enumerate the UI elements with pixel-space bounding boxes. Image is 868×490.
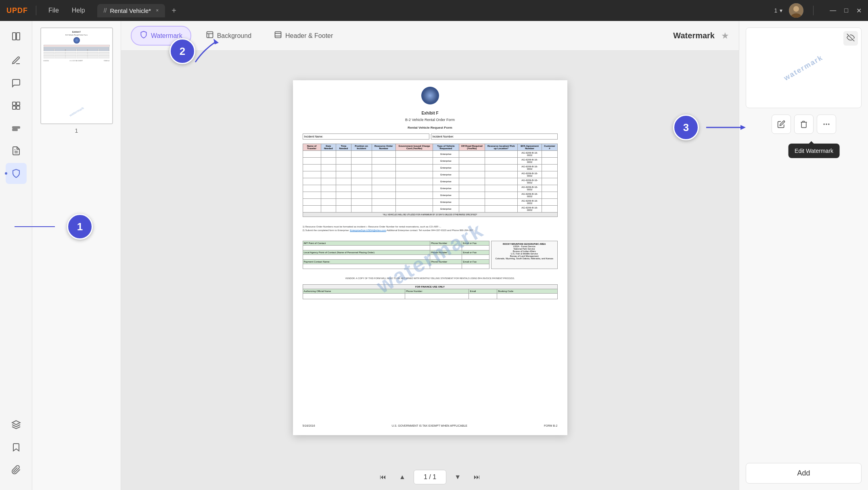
header-footer-tool-button[interactable]: Header & Footer xyxy=(266,27,341,45)
watermark-preview-card: watermark xyxy=(746,27,862,108)
pagination-bar: ⏮ ▲ 1 / 1 ▼ ⏭ xyxy=(121,464,739,490)
svg-rect-10 xyxy=(13,129,17,131)
next-page-button[interactable]: ▼ xyxy=(450,469,466,485)
tooltip-text: Edit Watermark xyxy=(795,148,833,154)
sidebar-item-read[interactable] xyxy=(6,26,27,47)
sidebar-item-edit[interactable] xyxy=(6,50,27,71)
sidebar-item-redact[interactable] xyxy=(6,118,27,139)
right-panel: watermark 3 xyxy=(739,21,868,490)
page-number: 1 xyxy=(774,7,778,14)
more-options-button[interactable] xyxy=(817,115,836,134)
pdf-footer-date: 5/16/2016 xyxy=(303,424,315,427)
close-button[interactable]: ✕ xyxy=(856,7,862,15)
svg-rect-8 xyxy=(17,106,20,109)
app-body: 1 Exhibit F B-2 Vehicle Rental Order For… xyxy=(0,21,868,490)
sep1 xyxy=(36,6,36,15)
page-separator: / xyxy=(429,473,431,480)
delete-watermark-button[interactable] xyxy=(794,115,814,134)
svg-rect-3 xyxy=(13,33,16,40)
sidebar-item-protect[interactable] xyxy=(6,163,27,184)
svg-point-23 xyxy=(828,123,829,125)
pdf-page: Exhibit F B-2 Vehicle Rental Order Form … xyxy=(293,80,567,435)
edit-watermark-button[interactable] xyxy=(772,115,791,134)
maximize-button[interactable]: □ xyxy=(844,7,848,15)
titlebar: UPDF File Help // Rental Vehicle* × + 1 … xyxy=(0,0,868,21)
sidebar-item-comment[interactable] xyxy=(6,73,27,94)
background-tool-label: Background xyxy=(217,32,251,40)
titlebar-right: 1 ▾ — □ ✕ xyxy=(774,3,862,18)
pdf-main-table: Name of Traveler Date Needed Time Needed… xyxy=(303,144,558,217)
active-indicator xyxy=(5,172,7,175)
main-content: Watermark Background xyxy=(121,21,739,490)
sep2 xyxy=(813,6,814,15)
pdf-logo xyxy=(421,87,439,104)
thumbnail-image: Exhibit F B-2 Vehicle Rental Order Form xyxy=(40,27,113,124)
sidebar-item-organize[interactable] xyxy=(6,95,27,116)
svg-rect-5 xyxy=(13,102,16,105)
document-tab[interactable]: // Rental Vehicle* × xyxy=(97,4,165,17)
thumbnail-page-1[interactable]: Exhibit F B-2 Vehicle Rental Order Form xyxy=(40,27,113,134)
thumbnail-page-number: 1 xyxy=(40,127,113,134)
svg-point-22 xyxy=(826,123,827,125)
last-page-icon: ⏭ xyxy=(474,473,480,481)
watermark-action-buttons: Edit Watermark xyxy=(746,115,862,134)
svg-rect-14 xyxy=(207,32,213,38)
sidebar-item-convert[interactable] xyxy=(6,140,27,161)
thumbnail-panel: Exhibit F B-2 Vehicle Rental Order Form xyxy=(32,21,121,490)
help-menu[interactable]: Help xyxy=(68,5,89,16)
window-controls: — □ ✕ xyxy=(823,7,862,15)
sidebar-item-bookmark[interactable] xyxy=(6,437,27,458)
add-watermark-button[interactable]: Add xyxy=(746,463,862,484)
app-logo: UPDF xyxy=(6,6,28,15)
minimize-button[interactable]: — xyxy=(830,7,836,15)
file-menu[interactable]: File xyxy=(44,5,63,16)
sidebar-bottom xyxy=(6,414,27,485)
hide-icon xyxy=(847,33,855,44)
background-tool-button[interactable]: Background xyxy=(198,27,259,45)
svg-point-21 xyxy=(823,123,824,125)
left-sidebar xyxy=(0,21,32,490)
avatar[interactable] xyxy=(789,3,803,18)
pdf-content: Exhibit F B-2 Vehicle Rental Order Form … xyxy=(293,80,567,435)
header-footer-tool-label: Header & Footer xyxy=(285,32,333,40)
pdf-exhibit-label: Exhibit F xyxy=(303,111,558,115)
first-page-button[interactable]: ⏮ xyxy=(375,469,391,485)
preview-watermark-text: watermark xyxy=(782,53,824,82)
right-panel-bottom: Add xyxy=(746,463,862,484)
current-page: 1 xyxy=(424,473,427,480)
sidebar-item-layers[interactable] xyxy=(6,414,27,435)
tab-title: Rental Vehicle* xyxy=(110,7,151,14)
add-label: Add xyxy=(797,469,810,477)
hide-watermark-button[interactable] xyxy=(843,31,858,46)
prev-page-button[interactable]: ▲ xyxy=(394,469,410,485)
top-toolbar: Watermark Background xyxy=(121,21,739,51)
panel-title: Watermark xyxy=(673,31,715,40)
svg-rect-15 xyxy=(275,32,281,38)
edit-watermark-tooltip: Edit Watermark xyxy=(788,144,840,158)
header-footer-icon xyxy=(274,31,282,41)
page-nav-icon[interactable]: ▾ xyxy=(780,7,782,14)
favorite-button[interactable]: ★ xyxy=(721,31,729,41)
last-page-button[interactable]: ⏭ xyxy=(469,469,485,485)
next-page-icon: ▼ xyxy=(454,473,461,481)
prev-page-icon: ▲ xyxy=(399,473,406,481)
pdf-footer-right: FORM B-2 xyxy=(544,424,557,427)
page-indicator: 1 / 1 xyxy=(414,470,446,484)
action-area: 3 xyxy=(746,115,862,140)
svg-point-1 xyxy=(793,6,799,12)
watermark-tool-button[interactable]: Watermark xyxy=(131,26,191,46)
page-nav: 1 ▾ xyxy=(774,7,783,14)
sidebar-item-attachment[interactable] xyxy=(6,459,27,480)
svg-rect-7 xyxy=(13,106,16,109)
watermark-icon xyxy=(140,31,148,41)
first-page-icon: ⏮ xyxy=(380,473,386,481)
svg-rect-9 xyxy=(13,127,20,128)
pdf-form-title: B-2 Vehicle Rental Order Form xyxy=(303,118,558,122)
tab-close-button[interactable]: × xyxy=(156,8,159,13)
add-tab-button[interactable]: + xyxy=(172,6,176,15)
total-pages: 1 xyxy=(433,473,436,480)
star-icon: ★ xyxy=(721,31,729,41)
background-icon xyxy=(206,31,214,41)
pdf-footer-center: U.S. GOVERNMENT IS TAX EXEMPT WHEN APPLI… xyxy=(392,424,467,427)
svg-marker-13 xyxy=(12,421,20,425)
